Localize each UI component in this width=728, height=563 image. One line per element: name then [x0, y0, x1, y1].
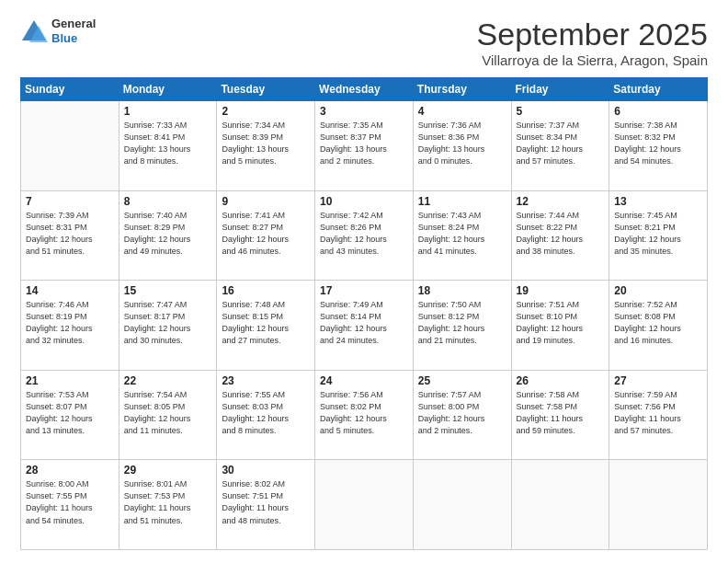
calendar-cell: 20Sunrise: 7:52 AM Sunset: 8:08 PM Dayli…: [609, 281, 708, 371]
calendar-header-row: Sunday Monday Tuesday Wednesday Thursday…: [21, 78, 708, 101]
day-info: Sunrise: 7:37 AM Sunset: 8:34 PM Dayligh…: [517, 120, 605, 167]
logo-text: General Blue: [51, 17, 96, 45]
day-number: 6: [614, 105, 702, 118]
day-info: Sunrise: 7:40 AM Sunset: 8:29 PM Dayligh…: [124, 210, 212, 258]
day-info: Sunrise: 7:43 AM Sunset: 8:24 PM Dayligh…: [418, 210, 506, 258]
calendar-cell: 23Sunrise: 7:55 AM Sunset: 8:03 PM Dayli…: [217, 370, 315, 460]
day-info: Sunrise: 7:39 AM Sunset: 8:31 PM Dayligh…: [26, 210, 114, 258]
day-info: Sunrise: 7:45 AM Sunset: 8:21 PM Dayligh…: [614, 210, 702, 258]
calendar-table: Sunday Monday Tuesday Wednesday Thursday…: [20, 77, 708, 550]
day-number: 4: [418, 105, 506, 118]
col-thursday: Thursday: [413, 78, 511, 101]
calendar-cell: [413, 460, 511, 550]
day-info: Sunrise: 8:00 AM Sunset: 7:55 PM Dayligh…: [26, 478, 114, 526]
day-info: Sunrise: 7:50 AM Sunset: 8:12 PM Dayligh…: [418, 299, 506, 347]
calendar-cell: 15Sunrise: 7:47 AM Sunset: 8:17 PM Dayli…: [119, 281, 217, 371]
day-number: 10: [320, 195, 408, 208]
day-number: 26: [517, 374, 605, 387]
calendar-cell: 14Sunrise: 7:46 AM Sunset: 8:19 PM Dayli…: [21, 281, 119, 371]
day-number: 7: [26, 195, 114, 208]
calendar-week-2: 14Sunrise: 7:46 AM Sunset: 8:19 PM Dayli…: [21, 281, 708, 371]
calendar-cell: 27Sunrise: 7:59 AM Sunset: 7:56 PM Dayli…: [609, 370, 708, 460]
col-monday: Monday: [119, 78, 217, 101]
month-title: September 2025: [477, 17, 708, 52]
calendar-cell: 5Sunrise: 7:37 AM Sunset: 8:34 PM Daylig…: [511, 101, 609, 191]
calendar-cell: 10Sunrise: 7:42 AM Sunset: 8:26 PM Dayli…: [315, 190, 414, 281]
day-number: 18: [418, 284, 506, 297]
day-number: 8: [124, 195, 212, 208]
day-info: Sunrise: 7:33 AM Sunset: 8:41 PM Dayligh…: [124, 120, 212, 167]
col-tuesday: Tuesday: [217, 78, 315, 101]
day-number: 27: [614, 374, 702, 387]
day-number: 25: [418, 374, 506, 387]
calendar-week-1: 7Sunrise: 7:39 AM Sunset: 8:31 PM Daylig…: [21, 190, 708, 281]
day-number: 13: [614, 195, 702, 208]
day-info: Sunrise: 7:59 AM Sunset: 7:56 PM Dayligh…: [614, 389, 702, 437]
day-info: Sunrise: 7:36 AM Sunset: 8:36 PM Dayligh…: [418, 120, 506, 167]
day-number: 21: [26, 374, 114, 387]
calendar-cell: 18Sunrise: 7:50 AM Sunset: 8:12 PM Dayli…: [413, 281, 511, 371]
day-info: Sunrise: 7:34 AM Sunset: 8:39 PM Dayligh…: [222, 120, 310, 167]
calendar-cell: 13Sunrise: 7:45 AM Sunset: 8:21 PM Dayli…: [609, 190, 708, 281]
day-info: Sunrise: 7:56 AM Sunset: 8:02 PM Dayligh…: [320, 389, 408, 437]
calendar-cell: 19Sunrise: 7:51 AM Sunset: 8:10 PM Dayli…: [511, 281, 609, 371]
day-number: 29: [124, 464, 212, 477]
day-info: Sunrise: 7:51 AM Sunset: 8:10 PM Dayligh…: [517, 299, 605, 347]
calendar-cell: 2Sunrise: 7:34 AM Sunset: 8:39 PM Daylig…: [217, 101, 315, 191]
calendar-cell: [511, 460, 609, 550]
day-number: 19: [517, 284, 605, 297]
day-info: Sunrise: 7:41 AM Sunset: 8:27 PM Dayligh…: [222, 210, 310, 258]
day-info: Sunrise: 7:38 AM Sunset: 8:32 PM Dayligh…: [614, 120, 702, 167]
day-number: 16: [222, 284, 310, 297]
day-info: Sunrise: 7:53 AM Sunset: 8:07 PM Dayligh…: [26, 389, 114, 437]
day-info: Sunrise: 7:35 AM Sunset: 8:37 PM Dayligh…: [320, 120, 408, 167]
day-number: 28: [26, 464, 114, 477]
calendar-cell: 28Sunrise: 8:00 AM Sunset: 7:55 PM Dayli…: [21, 460, 119, 550]
day-number: 23: [222, 374, 310, 387]
calendar-week-3: 21Sunrise: 7:53 AM Sunset: 8:07 PM Dayli…: [21, 370, 708, 460]
day-number: 2: [222, 105, 310, 118]
logo-icon: [20, 18, 48, 44]
day-number: 11: [418, 195, 506, 208]
calendar-cell: 9Sunrise: 7:41 AM Sunset: 8:27 PM Daylig…: [217, 190, 315, 281]
calendar-cell: 24Sunrise: 7:56 AM Sunset: 8:02 PM Dayli…: [315, 370, 414, 460]
day-info: Sunrise: 7:52 AM Sunset: 8:08 PM Dayligh…: [614, 299, 702, 347]
day-number: 12: [517, 195, 605, 208]
col-wednesday: Wednesday: [315, 78, 414, 101]
day-number: 30: [222, 464, 310, 477]
col-saturday: Saturday: [609, 78, 708, 101]
day-number: 1: [124, 105, 212, 118]
calendar-cell: 12Sunrise: 7:44 AM Sunset: 8:22 PM Dayli…: [511, 190, 609, 281]
day-number: 14: [26, 284, 114, 297]
header: General Blue September 2025 Villarroya d…: [20, 17, 708, 68]
day-info: Sunrise: 7:42 AM Sunset: 8:26 PM Dayligh…: [320, 210, 408, 258]
day-number: 20: [614, 284, 702, 297]
calendar-cell: 29Sunrise: 8:01 AM Sunset: 7:53 PM Dayli…: [119, 460, 217, 550]
col-friday: Friday: [511, 78, 609, 101]
calendar-week-4: 28Sunrise: 8:00 AM Sunset: 7:55 PM Dayli…: [21, 460, 708, 550]
calendar-week-0: 1Sunrise: 7:33 AM Sunset: 8:41 PM Daylig…: [21, 101, 708, 191]
calendar-cell: 3Sunrise: 7:35 AM Sunset: 8:37 PM Daylig…: [315, 101, 414, 191]
calendar-cell: 21Sunrise: 7:53 AM Sunset: 8:07 PM Dayli…: [21, 370, 119, 460]
calendar-cell: 17Sunrise: 7:49 AM Sunset: 8:14 PM Dayli…: [315, 281, 414, 371]
calendar-cell: 6Sunrise: 7:38 AM Sunset: 8:32 PM Daylig…: [609, 101, 708, 191]
calendar-cell: 8Sunrise: 7:40 AM Sunset: 8:29 PM Daylig…: [119, 190, 217, 281]
calendar-cell: 16Sunrise: 7:48 AM Sunset: 8:15 PM Dayli…: [217, 281, 315, 371]
day-info: Sunrise: 7:47 AM Sunset: 8:17 PM Dayligh…: [124, 299, 212, 347]
title-block: September 2025 Villarroya de la Sierra, …: [477, 17, 708, 68]
day-info: Sunrise: 7:55 AM Sunset: 8:03 PM Dayligh…: [222, 389, 310, 437]
day-info: Sunrise: 7:54 AM Sunset: 8:05 PM Dayligh…: [124, 389, 212, 437]
day-info: Sunrise: 7:57 AM Sunset: 8:00 PM Dayligh…: [418, 389, 506, 437]
day-number: 15: [124, 284, 212, 297]
day-number: 5: [517, 105, 605, 118]
calendar-cell: [315, 460, 414, 550]
day-number: 22: [124, 374, 212, 387]
day-info: Sunrise: 7:48 AM Sunset: 8:15 PM Dayligh…: [222, 299, 310, 347]
day-info: Sunrise: 8:02 AM Sunset: 7:51 PM Dayligh…: [222, 478, 310, 526]
calendar-cell: 1Sunrise: 7:33 AM Sunset: 8:41 PM Daylig…: [119, 101, 217, 191]
day-info: Sunrise: 7:58 AM Sunset: 7:58 PM Dayligh…: [517, 389, 605, 437]
calendar-cell: 22Sunrise: 7:54 AM Sunset: 8:05 PM Dayli…: [119, 370, 217, 460]
day-number: 9: [222, 195, 310, 208]
calendar-cell: 11Sunrise: 7:43 AM Sunset: 8:24 PM Dayli…: [413, 190, 511, 281]
day-number: 3: [320, 105, 408, 118]
